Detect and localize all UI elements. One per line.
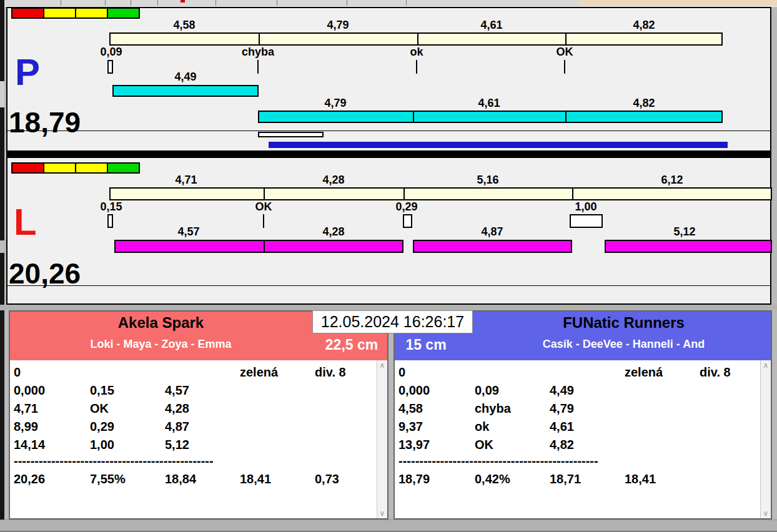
run-bar-segment [413,240,572,253]
top-strip-tick [277,0,277,6]
top-strip-tick [215,0,216,6]
run-bar-label: 4,57 [177,226,199,237]
traffic-light-cell [11,162,44,174]
lane-baseline [7,285,770,286]
run-bar-label: 4,28 [322,226,344,237]
run-bar-segment [413,111,567,123]
segment-ruler-bar [109,32,723,46]
run-bar-label: 4,87 [481,226,503,237]
run-bar-label: 4,49 [174,71,196,82]
ruler-segment-label: 6,12 [661,174,683,185]
exchange-tick-box [403,214,412,228]
ruler-segment-label: 4,82 [633,19,655,31]
traffic-light-cell [11,7,44,19]
exchange-label: OK [557,46,573,57]
top-strip-tick [157,0,158,6]
run-bar-label: 4,82 [633,97,655,109]
top-strip-tick [406,0,407,6]
timing-bars-layer: 4,584,794,614,820,09chybaokOK4,494,794,6… [0,0,777,532]
ruler-segment-label: 4,71 [175,174,197,185]
exchange-tick-box [107,60,113,74]
exchange-tick-line [257,60,259,74]
run-bar-segment [258,111,414,123]
run-bar-segment [565,111,723,123]
exchange-label: 0,15 [100,201,122,212]
segment-ruler-bar [109,187,772,200]
run-bar-segment [114,240,265,253]
ruler-segment-label: 4,28 [322,174,344,185]
current-run-bar [258,132,324,137]
top-strip-tick [61,0,61,6]
traffic-light-cell [43,162,76,174]
top-strip-red-mark [181,0,185,2]
progress-bar [269,142,728,148]
exchange-tick-box [107,214,113,228]
run-bar-label: 4,79 [324,97,346,109]
run-bar-segment [112,85,259,97]
exchange-tick-line [416,60,417,74]
app-window: P 18,79 L 20,26 Akela Spark Loki - Maya … [0,0,777,532]
ruler-divider [259,34,260,44]
traffic-light-cell [75,162,108,174]
datetime-display: 12.05.2024 16:26:17 [312,310,473,333]
exchange-label: OK [255,201,272,212]
run-bar-segment [605,240,772,253]
ruler-divider [565,34,567,44]
traffic-light-cell [107,7,140,19]
exchange-label: chyba [242,46,274,57]
ruler-divider [572,189,573,199]
ruler-divider [403,189,405,199]
exchange-label: 1,00 [575,201,596,212]
ruler-segment-label: 4,61 [480,19,502,31]
exchange-tick-line [263,214,264,228]
top-strip-tick [131,0,131,6]
traffic-light-cell [43,7,76,19]
ruler-segment-label: 4,58 [173,19,195,31]
exchange-tick-box [570,214,603,228]
top-strip-tick [347,0,347,6]
exchange-tick-line [564,60,565,74]
traffic-light-cell [107,162,140,174]
run-bar-segment [264,240,403,253]
ruler-divider [264,189,265,199]
top-strip-tick [105,0,106,6]
ruler-segment-label: 5,16 [477,174,498,185]
traffic-light-cell [75,7,108,19]
ruler-segment-label: 4,79 [327,19,349,31]
exchange-label: 0,29 [395,201,417,212]
run-bar-label: 5,12 [673,226,695,237]
exchange-label: ok [410,46,423,57]
exchange-label: 0,09 [100,46,122,57]
run-bar-label: 4,61 [478,97,500,109]
ruler-divider [417,34,418,44]
lane-baseline [7,131,770,131]
